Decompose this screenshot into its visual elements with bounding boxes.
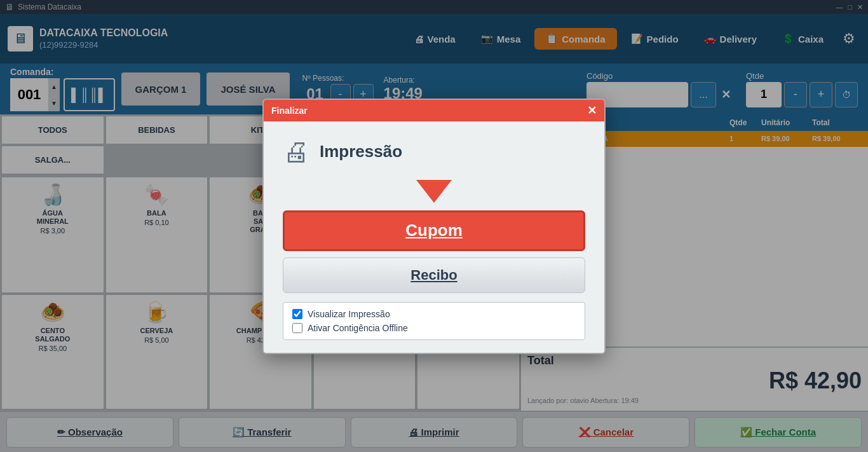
- modal-titlebar: Finalizar ✕: [264, 100, 604, 121]
- modal-title-label: Impressão: [320, 142, 402, 161]
- finalizar-modal: Finalizar ✕ 🖨 Impressão Cupom Recibo Vis…: [262, 99, 606, 354]
- visualizar-label: Visualizar Impressão: [308, 309, 390, 319]
- contigencia-checkbox[interactable]: [292, 323, 302, 333]
- visualizar-row: Visualizar Impressão: [292, 309, 576, 319]
- modal-printer-icon: 🖨: [283, 137, 309, 167]
- down-arrow-icon: [416, 180, 452, 203]
- visualizar-checkbox[interactable]: [292, 309, 302, 319]
- modal-overlay: Finalizar ✕ 🖨 Impressão Cupom Recibo Vis…: [0, 0, 868, 452]
- cupom-button[interactable]: Cupom: [283, 210, 585, 251]
- modal-arrow: [283, 180, 585, 205]
- contigencia-row: Ativar Contigência Offline: [292, 323, 576, 333]
- modal-close-button[interactable]: ✕: [587, 104, 597, 118]
- modal-body: 🖨 Impressão Cupom Recibo Visualizar Impr…: [264, 121, 604, 353]
- recibo-button[interactable]: Recibo: [283, 257, 585, 293]
- modal-title-text: Finalizar: [271, 106, 308, 116]
- modal-header-row: 🖨 Impressão: [283, 137, 585, 167]
- modal-options: Visualizar Impressão Ativar Contigência …: [283, 302, 585, 340]
- contigencia-label: Ativar Contigência Offline: [308, 323, 408, 333]
